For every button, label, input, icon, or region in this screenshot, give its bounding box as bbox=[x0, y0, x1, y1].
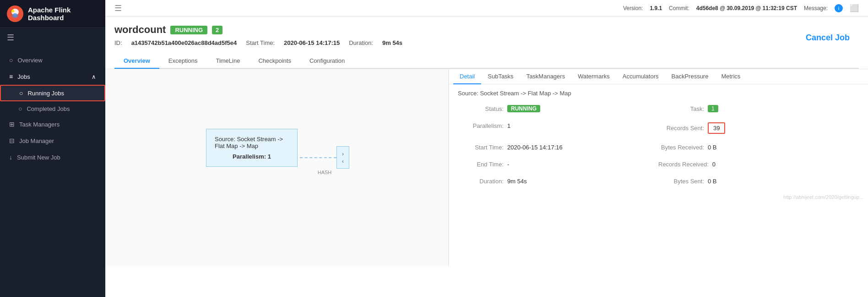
detail-tab-watermarks[interactable]: Watermarks bbox=[571, 69, 616, 84]
info-icon[interactable]: i bbox=[835, 4, 843, 12]
running-jobs-icon: ○ bbox=[19, 89, 23, 97]
task-label: Task: bbox=[658, 105, 704, 112]
bytes-sent-label: Bytes Sent: bbox=[658, 178, 704, 185]
jobs-chevron: ∧ bbox=[92, 73, 96, 80]
job-manager-icon: ⊟ bbox=[9, 137, 15, 144]
end-time-value: - bbox=[507, 161, 509, 168]
task-row: Task: 1 bbox=[658, 103, 859, 114]
status-row: Status: RUNNING bbox=[458, 103, 658, 114]
task-managers-icon: ⊞ bbox=[9, 121, 15, 128]
hash-label: HASH bbox=[318, 170, 332, 175]
status-detail-row: Status: RUNNING bbox=[458, 103, 658, 114]
start-time-label: Start Time: bbox=[458, 144, 504, 151]
sidebar-item-job-manager-label: Job Manager bbox=[19, 138, 54, 144]
detail-content: Source: Socket Stream -> Flat Map -> Map… bbox=[449, 84, 868, 192]
job-duration-value: 9m 54s bbox=[382, 39, 402, 46]
tab-checkpoints[interactable]: Checkpoints bbox=[249, 54, 300, 69]
tab-overview[interactable]: Overview bbox=[114, 54, 159, 69]
chevron-down: ‹ bbox=[342, 158, 344, 165]
job-start-time-label: Start Time: bbox=[246, 39, 275, 46]
sidebar-item-overview[interactable]: ○ Overview bbox=[0, 52, 105, 68]
records-received-label: Records Received: bbox=[658, 161, 709, 168]
node-box[interactable]: Source: Socket Stream -> Flat Map -> Map… bbox=[206, 129, 298, 167]
job-id-label: ID: bbox=[114, 39, 122, 46]
detail-tab-metrics[interactable]: Metrics bbox=[715, 69, 747, 84]
bytes-received-row: Bytes Received: 0 B bbox=[658, 142, 859, 153]
version-value: 1.9.1 bbox=[650, 5, 662, 11]
sidebar-item-submit-new-job-label: Submit New Job bbox=[17, 154, 60, 161]
sidebar-item-submit-new-job[interactable]: ↓ Submit New Job bbox=[0, 149, 105, 165]
tab-exceptions[interactable]: Exceptions bbox=[159, 54, 207, 69]
task-value-badge: 1 bbox=[708, 105, 718, 112]
detail-source: Source: Socket Stream -> Flat Map -> Map bbox=[458, 90, 859, 97]
job-header: wordcount RUNNING 2 ID: a1435742b51a400e… bbox=[105, 16, 868, 69]
end-time-detail-row: End Time: - bbox=[458, 159, 658, 170]
sidebar-nav: ○ Overview ≡ Jobs ∧ ○ Running Jobs ○ Com… bbox=[0, 47, 105, 297]
sidebar-item-task-managers[interactable]: ⊞ Task Managers bbox=[0, 116, 105, 132]
chevron-up: › bbox=[342, 150, 344, 158]
detail-tabs: Detail SubTasks TaskManagers Watermarks … bbox=[449, 69, 868, 84]
hamburger-top[interactable]: ☰ bbox=[114, 3, 122, 13]
node-parallelism: Parallelism: 1 bbox=[215, 153, 289, 160]
bytes-received-detail-row: Bytes Received: 0 B bbox=[658, 142, 859, 153]
parallelism-label: Parallelism: bbox=[458, 122, 504, 129]
detail-tab-taskmanagers[interactable]: TaskManagers bbox=[520, 69, 572, 84]
detail-tab-detail[interactable]: Detail bbox=[453, 69, 481, 84]
sidebar-item-completed-jobs[interactable]: ○ Completed Jobs bbox=[0, 101, 105, 116]
start-time-value: 2020-06-15 14:17:16 bbox=[507, 144, 563, 151]
job-meta: ID: a1435742b51a400e026ac88d4ad5f5e4 Sta… bbox=[114, 39, 402, 46]
duration-value: 9m 54s bbox=[507, 178, 527, 185]
status-label: Status: bbox=[458, 105, 504, 112]
bytes-sent-row: Bytes Sent: 0 B bbox=[658, 176, 859, 187]
job-task-count: 2 bbox=[212, 26, 222, 34]
job-title-row: wordcount RUNNING 2 bbox=[114, 24, 402, 36]
sidebar-item-job-manager[interactable]: ⊟ Job Manager bbox=[0, 132, 105, 149]
records-sent-detail-row: Records Sent: 39 bbox=[658, 121, 859, 136]
node-label: Source: Socket Stream -> Flat Map -> Map bbox=[215, 136, 289, 149]
sidebar-item-running-jobs[interactable]: ○ Running Jobs bbox=[0, 85, 105, 101]
svg-point-2 bbox=[12, 13, 18, 18]
detail-tab-backpressure[interactable]: BackPressure bbox=[665, 69, 715, 84]
sidebar-item-completed-jobs-label: Completed Jobs bbox=[27, 105, 70, 112]
end-time-row: End Time: - bbox=[458, 159, 658, 170]
start-time-row: Start Time: 2020-06-15 14:17:16 bbox=[458, 142, 658, 153]
svg-point-3 bbox=[11, 10, 14, 12]
content-area: wordcount RUNNING 2 ID: a1435742b51a400e… bbox=[105, 16, 868, 297]
overview-icon: ○ bbox=[9, 56, 13, 64]
app-title: Apache Flink Dashboard bbox=[28, 6, 98, 22]
message-label: Message: bbox=[804, 5, 828, 11]
sidebar-item-overview-label: Overview bbox=[17, 57, 42, 64]
hamburger-menu[interactable]: ☰ bbox=[0, 28, 105, 47]
detail-tab-accumulators[interactable]: Accumulators bbox=[616, 69, 665, 84]
arrow-line: › ‹ bbox=[300, 146, 349, 169]
job-name: wordcount bbox=[114, 24, 166, 36]
detail-tab-subtasks[interactable]: SubTasks bbox=[481, 69, 520, 84]
jobs-icon: ≡ bbox=[9, 73, 13, 80]
main-area: ☰ Version: 1.9.1 Commit: 4d56de8 @ 30.09… bbox=[105, 0, 868, 297]
document-icon[interactable]: ⬜ bbox=[850, 4, 859, 12]
job-tab-bar: Overview Exceptions TimeLine Checkpoints… bbox=[114, 54, 859, 69]
sidebar-item-jobs[interactable]: ≡ Jobs ∧ bbox=[0, 68, 105, 85]
records-sent-row: Records Sent: 39 bbox=[658, 121, 859, 136]
topbar: ☰ Version: 1.9.1 Commit: 4d56de8 @ 30.09… bbox=[105, 0, 868, 16]
bytes-sent-value: 0 B bbox=[708, 178, 717, 185]
commit-label: Commit: bbox=[669, 5, 689, 11]
status-value-badge: RUNNING bbox=[507, 105, 540, 112]
submit-job-icon: ↓ bbox=[9, 154, 12, 161]
version-label: Version: bbox=[623, 5, 643, 11]
job-status-badge: RUNNING bbox=[170, 26, 207, 34]
flink-logo bbox=[7, 6, 23, 22]
job-duration-label: Duration: bbox=[349, 39, 373, 46]
detail-pane: Detail SubTasks TaskManagers Watermarks … bbox=[449, 69, 868, 266]
tab-configuration[interactable]: Configuration bbox=[300, 54, 354, 69]
records-sent-label: Records Sent: bbox=[658, 125, 704, 132]
arrow-box: › ‹ bbox=[336, 146, 349, 169]
bytes-sent-detail-row: Bytes Sent: 0 B bbox=[658, 176, 859, 187]
duration-row: Duration: 9m 54s bbox=[458, 176, 658, 187]
records-received-row: Records Received: 0 bbox=[658, 159, 859, 170]
split-pane: Source: Socket Stream -> Flat Map -> Map… bbox=[105, 69, 868, 266]
cancel-job-button[interactable]: Cancel Job bbox=[797, 33, 859, 43]
tab-timeline[interactable]: TimeLine bbox=[206, 54, 249, 69]
parallelism-value: 1 bbox=[507, 122, 510, 129]
bytes-received-label: Bytes Received: bbox=[658, 144, 704, 151]
